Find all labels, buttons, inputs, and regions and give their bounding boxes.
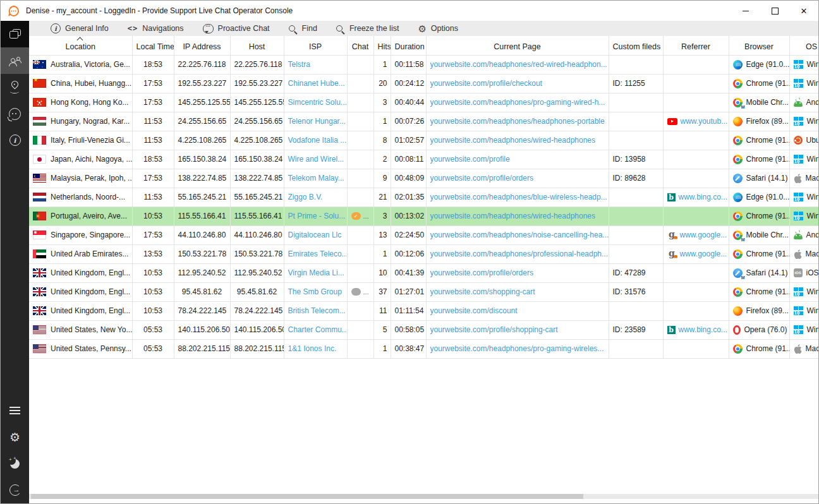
- current-page-link[interactable]: yourwebsite.com/headphones/wired-headpho…: [430, 136, 596, 145]
- current-page-link[interactable]: yourwebsite.com/headphones/professional-…: [430, 249, 609, 258]
- column-header-isp[interactable]: ISP: [284, 36, 347, 55]
- referrer-link[interactable]: www.bing.co...: [679, 325, 727, 334]
- isp-link[interactable]: Chinanet Hube...: [288, 79, 345, 88]
- column-header-label: OS: [806, 42, 817, 51]
- current-page-link[interactable]: yourwebsite.com/headphones/headphones-po…: [430, 117, 605, 126]
- os-label: Win: [807, 60, 819, 69]
- column-header-browser[interactable]: Browser: [729, 36, 789, 55]
- visitor-row-11[interactable]: United Arab Emirates...13:53150.53.221.7…: [29, 244, 818, 263]
- sidebar-item-night-mode[interactable]: [1, 450, 29, 477]
- current-page-link[interactable]: yourwebsite.com/headphones/wired-headpho…: [430, 212, 596, 220]
- isp-link[interactable]: Charter Commu...: [288, 325, 348, 334]
- visitor-row-13[interactable]: United Kingdom, Engl...10:5395.45.81.629…: [29, 282, 818, 301]
- isp-link[interactable]: Telekom Malay...: [288, 174, 344, 183]
- current-page-link[interactable]: yourwebsite.com/headphones/pro-gaming-wi…: [430, 98, 605, 107]
- isp-link[interactable]: 1&1 Ionos Inc.: [288, 344, 337, 353]
- cell-referrer: bwww.bing.co...: [663, 188, 729, 207]
- visitor-row-12[interactable]: United Kingdom, Engl...10:53112.95.240.5…: [29, 263, 818, 282]
- horizontal-scrollbar[interactable]: [29, 494, 818, 499]
- referrer-link[interactable]: www.google...: [680, 231, 727, 239]
- cell-time: 17:53: [132, 74, 174, 93]
- isp-link[interactable]: Digitalocean Llc: [288, 231, 342, 239]
- current-page-link[interactable]: yourwebsite.com/headphones/blue-wireless…: [430, 193, 607, 201]
- isp-link[interactable]: Simcentric Solu...: [288, 98, 347, 107]
- cell-host: 165.150.38.24: [230, 150, 284, 169]
- current-page-link[interactable]: yourwebsite.com/shopping-cart: [430, 287, 535, 296]
- visitor-row-10[interactable]: Singapore, Singapore...17:5344.110.246.8…: [29, 225, 818, 244]
- toolbar-button-options[interactable]: ⚙Options: [418, 24, 458, 33]
- column-header-location[interactable]: Location: [29, 36, 132, 55]
- sidebar-item-chats[interactable]: [1, 21, 29, 47]
- isp-link[interactable]: Ziggo B.V.: [288, 193, 323, 201]
- sidebar-item-info[interactable]: [1, 127, 29, 153]
- cell-os: 10Win: [789, 282, 818, 301]
- column-header-referrer[interactable]: Referrer: [663, 36, 729, 55]
- isp-link[interactable]: Wire and Wirel...: [288, 155, 344, 164]
- current-page-link[interactable]: yourwebsite.com/profile/orders: [430, 174, 533, 183]
- column-header-chat[interactable]: Chat: [347, 36, 373, 55]
- toolbar-button-freeze-the-list[interactable]: Freeze the list: [336, 24, 399, 33]
- referrer-link[interactable]: www.google...: [680, 249, 727, 258]
- cell-duration: 02:24:50: [391, 225, 426, 244]
- minimize-button[interactable]: [731, 1, 760, 21]
- column-header-hits[interactable]: Hits: [373, 36, 391, 55]
- visitor-row-16[interactable]: United States, Pennsy...05:5388.202.215.…: [29, 339, 818, 358]
- visitor-row-7[interactable]: Malaysia, Perak, Ipoh, ...17:53138.222.7…: [29, 169, 818, 188]
- isp-link[interactable]: Telenor Hungar...: [288, 117, 346, 126]
- referrer-link[interactable]: www.youtub...: [681, 117, 728, 126]
- toolbar-button-navigations[interactable]: <>Navigations: [128, 24, 184, 33]
- referrer-link[interactable]: www.bing.co...: [679, 193, 727, 201]
- visitor-row-8[interactable]: Netherlands, Noord-...11:5355.165.245.21…: [29, 188, 818, 207]
- current-page-link[interactable]: yourwebsite.com/profile/orders: [430, 268, 533, 277]
- current-page-link[interactable]: yourwebsite.com/profile: [430, 155, 510, 164]
- sidebar-item-logout[interactable]: [1, 477, 29, 503]
- visitor-row-15[interactable]: United States, New Yo...05:53140.115.206…: [29, 320, 818, 339]
- visitor-row-9[interactable]: Portugal, Aveiro, Ave...10:53115.55.166.…: [29, 207, 818, 225]
- column-header-host[interactable]: Host: [230, 36, 284, 55]
- isp-link[interactable]: Telstra: [288, 60, 310, 69]
- visitor-row-2[interactable]: China, Hubei, Huangg...17:53192.55.23.22…: [29, 74, 818, 93]
- visitor-row-6[interactable]: Japan, Aichi, Nagoya, ...18:53165.150.38…: [29, 150, 818, 169]
- isp-link[interactable]: Pt Prime - Solu...: [288, 212, 346, 220]
- isp-link[interactable]: Vodafone Italia ...: [288, 136, 347, 145]
- column-header-custom[interactable]: Custom fileds: [609, 36, 663, 55]
- cell-hits: 37: [373, 282, 391, 301]
- cell-isp: 1&1 Ionos Inc.: [284, 339, 347, 358]
- horizontal-scrollbar-thumb[interactable]: [31, 494, 583, 499]
- location-pin-icon: [9, 81, 21, 93]
- toolbar-button-proactive-chat[interactable]: Proactive Chat: [203, 24, 270, 33]
- visitor-row-3[interactable]: Hong Kong, Hong Ko...17:53145.255.125.55…: [29, 93, 818, 112]
- sidebar-item-operator-chat[interactable]: [1, 100, 29, 127]
- sidebar-item-geo-location[interactable]: [1, 74, 29, 100]
- visitor-row-14[interactable]: United Kingdom, Engl...10:5378.24.222.14…: [29, 301, 818, 320]
- isp-link[interactable]: Virgin Media Li...: [288, 268, 344, 277]
- maximize-button[interactable]: [760, 1, 789, 21]
- current-page-link[interactable]: yourwebsite.com/profile/shopping-cart: [430, 325, 558, 334]
- sidebar-item-menu[interactable]: [1, 397, 29, 424]
- current-page-link[interactable]: yourwebsite.com/headphones/pro-gaming-wi…: [430, 344, 604, 353]
- isp-link[interactable]: Emirates Teleco...: [288, 249, 348, 258]
- current-page-link[interactable]: yourwebsite.com/profile/checkout: [430, 79, 542, 88]
- column-header-duration[interactable]: Duration: [391, 36, 426, 55]
- cell-time: 10:53: [132, 301, 174, 320]
- sidebar-item-visitors[interactable]: [1, 47, 29, 74]
- toolbar-button-find[interactable]: Find: [289, 24, 317, 33]
- visitor-row-1[interactable]: Australia, Victoria, Ge...18:5322.225.76…: [29, 55, 818, 74]
- column-header-time[interactable]: Local Time: [132, 36, 174, 55]
- column-header-page[interactable]: Current Page: [426, 36, 609, 55]
- toolbar-button-label: Freeze the list: [349, 24, 399, 33]
- column-header-os[interactable]: OS: [789, 36, 818, 55]
- toolbar-button-general-info[interactable]: iGeneral Info: [51, 23, 109, 33]
- column-header-ip[interactable]: IP Address: [174, 36, 230, 55]
- visitor-row-5[interactable]: Italy, Friuli-Venezia Gi...11:534.225.10…: [29, 131, 818, 150]
- cell-ip: 140.115.206.50: [174, 320, 230, 339]
- isp-link[interactable]: British Telecom...: [288, 306, 346, 315]
- isp-link[interactable]: The Smb Group: [288, 287, 342, 296]
- visitor-row-4[interactable]: Hungary, Nograd, Kar...11:5324.255.156.6…: [29, 112, 818, 131]
- cell-location: United Kingdom, Engl...: [29, 282, 132, 301]
- close-button[interactable]: ✕: [789, 1, 818, 21]
- current-page-link[interactable]: yourwebsite.com/headphones/red-wired-hea…: [430, 60, 607, 69]
- current-page-link[interactable]: yourwebsite.com/discount: [430, 306, 518, 315]
- sidebar-item-settings[interactable]: ⚙: [1, 424, 29, 450]
- current-page-link[interactable]: yourwebsite.com/headphones/noise-cancell…: [430, 231, 609, 239]
